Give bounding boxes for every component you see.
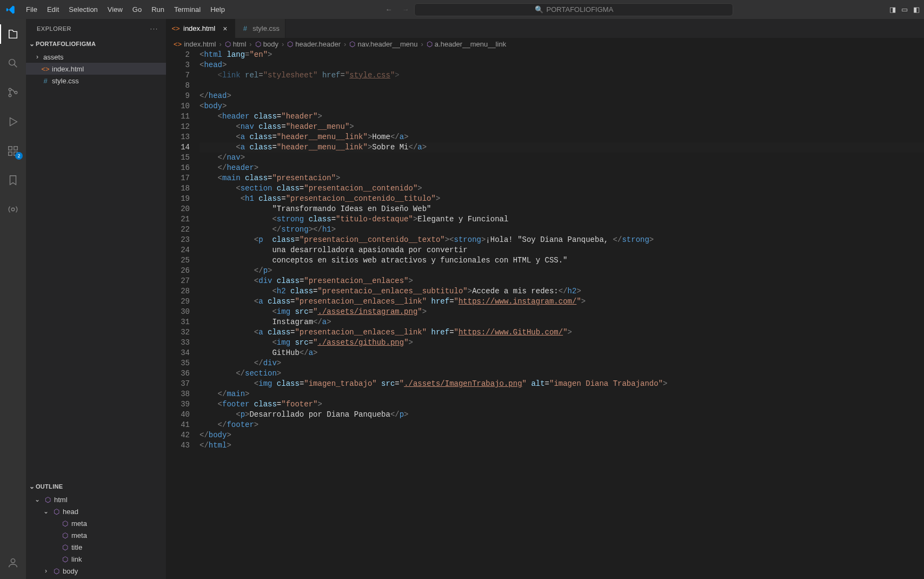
menu-terminal[interactable]: Terminal [170, 3, 205, 16]
tab-label: style.css [252, 24, 280, 32]
symbol-icon: ⬡ [43, 496, 52, 504]
chevron-icon: ⌄ [42, 508, 50, 515]
extensions-badge: 2 [15, 152, 23, 160]
layout-sidebar-right-icon[interactable]: ◧ [913, 5, 920, 14]
chevron-icon: ⌄ [34, 496, 41, 503]
tab-style-css[interactable]: #style.css [235, 19, 285, 38]
search-placeholder: PORTAFOLIOFIGMA [547, 5, 614, 14]
breadcrumb-item[interactable]: nav.header__menu [357, 40, 417, 48]
activity-run-debug[interactable] [0, 112, 26, 131]
breadcrumb-item[interactable]: body [263, 40, 278, 48]
outline-meta[interactable]: ⬡meta [26, 529, 166, 541]
outline-body[interactable]: ›⬡body [26, 565, 166, 577]
menu-file[interactable]: File [22, 3, 42, 16]
symbol-icon: ⬡ [255, 40, 261, 48]
outline-label: head [63, 508, 78, 516]
editor-area: <>index.html×#style.css <> index.html›⬡ … [166, 19, 924, 579]
layout-sidebar-left-icon[interactable]: ◨ [889, 5, 896, 14]
file-index-html[interactable]: <>index.html [26, 63, 166, 75]
file-label: assets [43, 53, 64, 61]
outline-label: meta [71, 531, 87, 539]
html-file-icon: <> [174, 40, 182, 48]
symbol-icon: ⬡ [52, 567, 61, 575]
sidebar-title-row: EXPLORER ··· [26, 19, 166, 38]
chevron-icon: › [42, 567, 50, 575]
breadcrumb-item[interactable]: a.header__menu__link [435, 40, 506, 48]
chevron-right-icon: › [34, 53, 41, 61]
menu-go[interactable]: Go [128, 3, 146, 16]
symbol-icon: ⬡ [52, 508, 61, 516]
close-icon[interactable]: × [221, 24, 229, 33]
breadcrumb-item[interactable]: index.html [184, 40, 216, 48]
svg-rect-4 [9, 147, 12, 150]
outline-label: title [71, 543, 82, 551]
activity-explorer[interactable] [0, 24, 26, 44]
symbol-icon: ⬡ [61, 531, 69, 539]
activity-accounts[interactable] [0, 553, 26, 573]
svg-point-8 [11, 208, 15, 211]
code-lines[interactable]: <html lang="en"><head> <link rel="styles… [200, 50, 924, 579]
outline-label: html [54, 496, 68, 504]
menu-edit[interactable]: Edit [43, 3, 63, 16]
breadcrumb-item[interactable]: html [233, 40, 247, 48]
menubar: FileEditSelectionViewGoRunTerminalHelp [22, 3, 229, 16]
tabs-row: <>index.html×#style.css [166, 19, 924, 38]
activity-search[interactable] [0, 54, 26, 73]
line-gutter: 2378910111213141516171819202122232425262… [166, 50, 200, 579]
outline-title[interactable]: ⬡title [26, 541, 166, 553]
command-center-search[interactable]: 🔍 PORTAFOLIOFIGMA [414, 3, 733, 16]
svg-point-3 [15, 91, 17, 94]
css-file-icon: # [41, 77, 50, 85]
file-assets[interactable]: ›assets [26, 51, 166, 63]
outline-head[interactable]: ⌄⬡head [26, 505, 166, 517]
nav-forward-button[interactable]: → [402, 5, 409, 14]
nav-back-button[interactable]: ← [385, 5, 392, 14]
sidebar-more-icon[interactable]: ··· [150, 25, 158, 32]
menu-view[interactable]: View [103, 3, 127, 16]
titlebar: FileEditSelectionViewGoRunTerminalHelp ←… [0, 0, 924, 19]
file-tree: ›assets<>index.html#style.css [26, 50, 166, 87]
activity-bar: 2 [0, 19, 26, 579]
activity-extensions[interactable]: 2 [0, 141, 26, 161]
breadcrumb-item[interactable]: header.header [295, 40, 341, 48]
svg-rect-7 [14, 147, 17, 150]
symbol-icon: ⬡ [427, 40, 433, 48]
sidebar-project-header[interactable]: ⌄ PORTAFOLIOFIGMA [26, 38, 166, 50]
outline-title: OUTLINE [36, 483, 63, 490]
menu-selection[interactable]: Selection [64, 3, 102, 16]
symbol-icon: ⬡ [61, 519, 69, 528]
breadcrumb[interactable]: <> index.html›⬡ html›⬡ body›⬡ header.hea… [166, 38, 924, 50]
chevron-down-icon: ⌄ [28, 40, 36, 48]
vscode-logo-icon [4, 3, 17, 16]
sidebar-title: EXPLORER [37, 25, 71, 32]
outline-label: body [63, 567, 78, 575]
nav-arrows: ← → [385, 5, 409, 14]
css-file-icon: # [241, 24, 249, 32]
menu-help[interactable]: Help [206, 3, 229, 16]
symbol-icon: ⬡ [61, 543, 69, 551]
chevron-down-icon: ⌄ [28, 483, 36, 490]
activity-source-control[interactable] [0, 83, 26, 102]
symbol-icon: ⬡ [225, 40, 231, 48]
search-icon: 🔍 [535, 5, 543, 14]
html-file-icon: <> [41, 65, 50, 73]
layout-panel-icon[interactable]: ▭ [901, 5, 908, 14]
outline-label: meta [71, 519, 87, 528]
outline-meta[interactable]: ⬡meta [26, 517, 166, 529]
sidebar: EXPLORER ··· ⌄ PORTAFOLIOFIGMA ›assets<>… [26, 19, 166, 579]
svg-point-2 [9, 94, 11, 97]
menu-run[interactable]: Run [147, 3, 169, 16]
outline-html[interactable]: ⌄⬡html [26, 494, 166, 505]
file-label: style.css [52, 77, 79, 85]
outline-label: link [71, 555, 82, 563]
activity-live-server[interactable] [0, 200, 26, 219]
file-label: index.html [52, 65, 84, 73]
file-style-css[interactable]: #style.css [26, 75, 166, 87]
outline-link[interactable]: ⬡link [26, 553, 166, 565]
tab-index-html[interactable]: <>index.html× [166, 19, 235, 38]
html-file-icon: <> [171, 24, 180, 32]
activity-bookmark[interactable] [0, 170, 26, 190]
layout-controls: ◨ ▭ ◧ [889, 5, 920, 14]
code-editor[interactable]: 2378910111213141516171819202122232425262… [166, 50, 924, 579]
outline-header[interactable]: ⌄ OUTLINE [26, 481, 166, 492]
